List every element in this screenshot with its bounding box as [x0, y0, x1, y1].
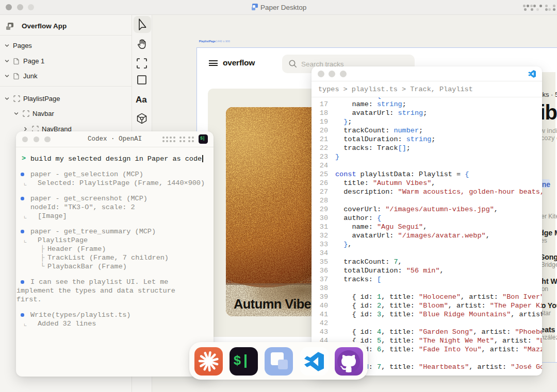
svg-text:Autumn Vibes: Autumn Vibes [234, 297, 318, 311]
